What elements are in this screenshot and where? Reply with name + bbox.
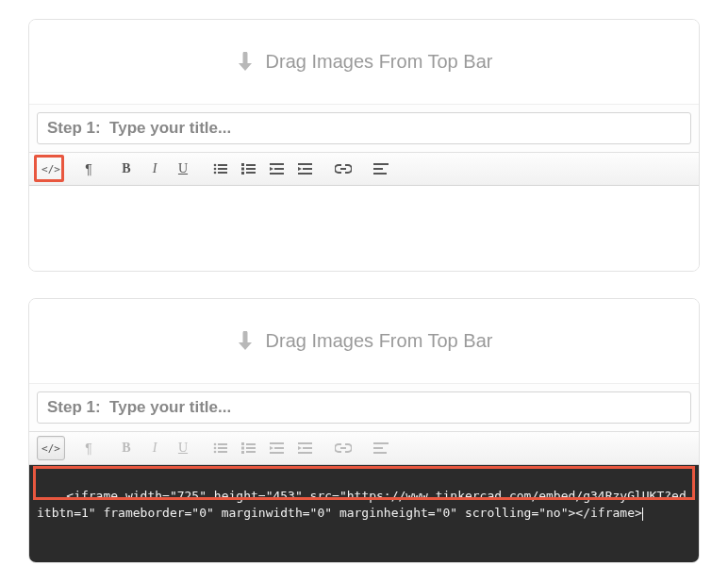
- code-editor-body[interactable]: <iframe width="725" height="453" src="ht…: [29, 465, 699, 562]
- svg-rect-39: [373, 442, 389, 444]
- link-button[interactable]: [329, 157, 357, 181]
- bold-button[interactable]: B: [112, 436, 141, 460]
- ol-button[interactable]: [235, 436, 263, 460]
- svg-rect-16: [303, 168, 312, 170]
- svg-rect-18: [373, 163, 389, 165]
- underline-button[interactable]: U: [169, 436, 197, 460]
- svg-rect-33: [270, 442, 284, 444]
- svg-point-21: [214, 443, 217, 446]
- svg-rect-3: [218, 168, 227, 170]
- ul-button[interactable]: [207, 436, 235, 460]
- svg-point-0: [214, 164, 217, 167]
- svg-rect-40: [373, 447, 383, 449]
- editor-panel-before: Drag Images From Top Bar </> ¶ B I U: [28, 19, 700, 272]
- svg-rect-31: [241, 451, 244, 454]
- indent-button[interactable]: [291, 157, 320, 181]
- svg-rect-34: [274, 447, 284, 449]
- svg-rect-36: [298, 442, 312, 444]
- down-arrow-icon: [236, 331, 255, 352]
- svg-rect-13: [274, 168, 284, 170]
- svg-rect-41: [373, 452, 387, 454]
- align-button[interactable]: [367, 436, 395, 460]
- svg-rect-24: [218, 447, 227, 449]
- svg-rect-27: [241, 442, 244, 445]
- svg-point-25: [214, 451, 217, 454]
- svg-rect-7: [246, 164, 256, 166]
- svg-rect-5: [218, 172, 227, 174]
- down-arrow-icon: [236, 52, 255, 73]
- italic-button[interactable]: I: [141, 436, 169, 460]
- svg-rect-8: [241, 168, 244, 171]
- svg-point-2: [214, 168, 217, 171]
- paragraph-button[interactable]: ¶: [74, 436, 103, 460]
- svg-rect-14: [270, 173, 284, 175]
- outdent-button[interactable]: [263, 436, 291, 460]
- svg-rect-20: [373, 173, 387, 175]
- svg-rect-12: [270, 163, 284, 165]
- svg-point-4: [214, 172, 217, 175]
- svg-rect-22: [218, 443, 227, 445]
- indent-button[interactable]: [291, 436, 320, 460]
- svg-rect-9: [246, 168, 256, 170]
- image-dropzone[interactable]: Drag Images From Top Bar: [29, 20, 699, 105]
- code-view-button[interactable]: </>: [37, 436, 65, 460]
- underline-button[interactable]: U: [169, 157, 197, 181]
- dropzone-label: Drag Images From Top Bar: [266, 330, 493, 352]
- svg-rect-6: [241, 163, 244, 166]
- svg-rect-29: [241, 447, 244, 450]
- svg-rect-10: [241, 172, 244, 175]
- bold-button[interactable]: B: [112, 157, 141, 181]
- dropzone-label: Drag Images From Top Bar: [266, 51, 493, 73]
- editor-toolbar: </> ¶ B I U: [29, 431, 699, 465]
- svg-rect-30: [246, 447, 256, 449]
- svg-rect-35: [270, 452, 284, 454]
- svg-rect-38: [298, 452, 312, 454]
- svg-point-23: [214, 447, 217, 450]
- svg-rect-37: [303, 447, 312, 449]
- step-title-input[interactable]: [37, 112, 691, 144]
- image-dropzone[interactable]: Drag Images From Top Bar: [29, 299, 699, 384]
- paragraph-button[interactable]: ¶: [74, 157, 103, 181]
- svg-rect-28: [246, 443, 256, 445]
- ul-button[interactable]: [207, 157, 235, 181]
- svg-rect-19: [373, 168, 383, 170]
- text-cursor: [642, 508, 643, 521]
- svg-rect-17: [298, 173, 312, 175]
- editor-toolbar: </> ¶ B I U: [29, 152, 699, 186]
- ol-button[interactable]: [235, 157, 263, 181]
- code-content: <iframe width="725" height="453" src="ht…: [37, 489, 687, 520]
- editor-panel-after: Drag Images From Top Bar </> ¶ B I U: [28, 298, 700, 563]
- svg-rect-11: [246, 172, 256, 174]
- svg-rect-1: [218, 164, 227, 166]
- align-button[interactable]: [367, 157, 395, 181]
- step-title-input[interactable]: [37, 391, 691, 424]
- link-button[interactable]: [329, 436, 357, 460]
- svg-rect-26: [218, 451, 227, 453]
- svg-rect-32: [246, 451, 256, 453]
- code-view-button[interactable]: </>: [37, 157, 65, 181]
- editor-body[interactable]: [29, 186, 699, 271]
- italic-button[interactable]: I: [141, 157, 169, 181]
- svg-rect-15: [298, 163, 312, 165]
- outdent-button[interactable]: [263, 157, 291, 181]
